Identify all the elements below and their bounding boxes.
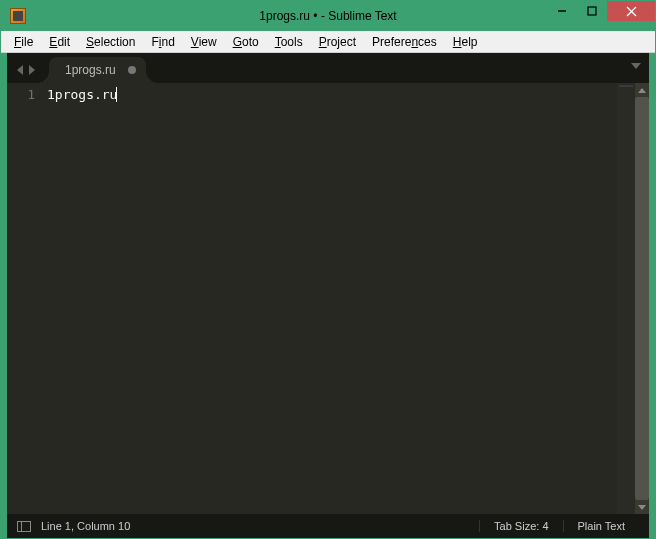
line-number: 1 xyxy=(7,86,35,104)
vertical-scrollbar[interactable] xyxy=(635,83,649,514)
menu-tools[interactable]: Tools xyxy=(268,33,310,51)
chevron-down-icon xyxy=(638,505,646,510)
maximize-icon xyxy=(587,6,597,16)
chevron-up-icon xyxy=(638,88,646,93)
scroll-up-button[interactable] xyxy=(635,83,649,97)
menu-edit[interactable]: Edit xyxy=(42,33,77,51)
menu-file[interactable]: File xyxy=(7,33,40,51)
tab-nav-left-icon[interactable] xyxy=(17,65,23,75)
status-tab-size[interactable]: Tab Size: 4 xyxy=(479,520,562,532)
close-button[interactable] xyxy=(607,1,655,21)
text-cursor xyxy=(116,87,117,102)
svg-rect-1 xyxy=(588,7,596,15)
statusbar: Line 1, Column 10 Tab Size: 4 Plain Text xyxy=(1,514,655,538)
menu-view[interactable]: View xyxy=(184,33,224,51)
tab-nav-right-icon[interactable] xyxy=(29,65,35,75)
minimize-icon xyxy=(557,6,567,16)
titlebar[interactable]: 1progs.ru • - Sublime Text xyxy=(1,1,655,31)
panel-switcher-icon[interactable] xyxy=(17,521,31,532)
minimize-button[interactable] xyxy=(547,1,577,21)
scroll-track[interactable] xyxy=(635,97,649,500)
tab-active[interactable]: 1progs.ru xyxy=(49,57,146,83)
menubar: File Edit Selection Find View Goto Tools… xyxy=(1,31,655,53)
menu-find[interactable]: Find xyxy=(144,33,181,51)
tab-dirty-icon[interactable] xyxy=(128,66,136,74)
code-line: 1progs.ru xyxy=(47,86,617,104)
tab-dropdown-icon[interactable] xyxy=(631,63,641,69)
status-syntax[interactable]: Plain Text xyxy=(563,520,640,532)
window-title: 1progs.ru • - Sublime Text xyxy=(259,9,396,23)
menu-selection[interactable]: Selection xyxy=(79,33,142,51)
status-position[interactable]: Line 1, Column 10 xyxy=(41,520,130,532)
tabbar: 1progs.ru xyxy=(7,53,649,83)
minimap[interactable] xyxy=(617,83,635,514)
menu-project[interactable]: Project xyxy=(312,33,363,51)
editor-area: 1 1progs.ru xyxy=(7,83,649,514)
close-icon xyxy=(626,6,637,17)
maximize-button[interactable] xyxy=(577,1,607,21)
scroll-thumb[interactable] xyxy=(635,97,649,500)
tab-label: 1progs.ru xyxy=(65,63,116,77)
app-window: 1progs.ru • - Sublime Text File Edit Sel… xyxy=(0,0,656,539)
app-icon xyxy=(10,8,26,24)
tab-nav xyxy=(17,65,35,75)
scroll-down-button[interactable] xyxy=(635,500,649,514)
window-controls xyxy=(547,1,655,23)
code-editor[interactable]: 1progs.ru xyxy=(47,83,617,514)
minimap-viewport xyxy=(619,85,633,87)
body-area: 1progs.ru 1 1progs.ru xyxy=(1,53,655,514)
menu-preferences[interactable]: Preferences xyxy=(365,33,444,51)
menu-goto[interactable]: Goto xyxy=(226,33,266,51)
gutter: 1 xyxy=(7,83,47,514)
menu-help[interactable]: Help xyxy=(446,33,485,51)
